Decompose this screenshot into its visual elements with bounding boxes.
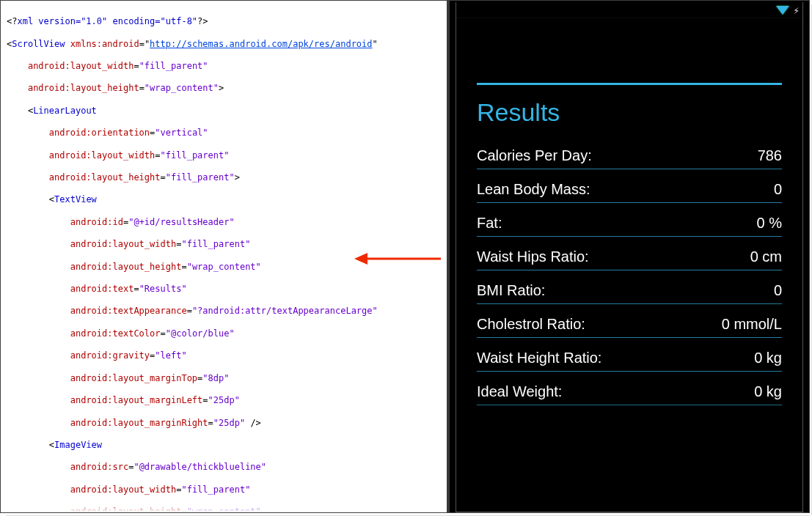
textview-tag: TextView <box>54 194 97 204</box>
label-waist-hips: Waist Hips Ratio: <box>477 248 589 265</box>
value-waist-hips: 0 cm <box>750 248 782 265</box>
label-ideal-weight: Ideal Weight: <box>477 383 562 400</box>
row-lean-body-mass: Lean Body Mass: 0 <box>477 169 782 203</box>
row-fat: Fat: 0 % <box>477 203 782 237</box>
xml-code-pane[interactable]: <?xml version="1.0" encoding="utf-8"?> <… <box>1 1 447 512</box>
value-lbm: 0 <box>774 181 782 198</box>
notification-tray-icon <box>776 6 789 15</box>
value-waist-height: 0 kg <box>754 350 782 366</box>
label-bmi: BMI Ratio: <box>477 282 545 299</box>
row-waist-hips: Waist Hips Ratio: 0 cm <box>477 237 782 270</box>
row-waist-height: Waist Height Ratio: 0 kg <box>477 338 782 372</box>
imageview-tag: ImageView <box>54 440 102 450</box>
label-lbm: Lean Body Mass: <box>477 181 590 198</box>
header-divider <box>477 83 782 85</box>
status-bar: ⚡ <box>456 2 802 18</box>
label-calories: Calories Per Day: <box>477 147 592 164</box>
battery-charging-icon: ⚡ <box>794 5 800 15</box>
xml-decl-close: ?> <box>197 16 208 26</box>
value-calories: 786 <box>758 147 782 164</box>
xml-decl-open: <? <box>7 16 17 26</box>
label-cholestrol: Cholestrol Ratio: <box>477 316 585 333</box>
row-calories: Calories Per Day: 786 <box>477 136 782 169</box>
label-fat: Fat: <box>477 215 502 232</box>
row-ideal-weight: Ideal Weight: 0 kg <box>477 372 782 405</box>
label-waist-height: Waist Height Ratio: <box>477 350 601 366</box>
scrollview-tag: ScrollView <box>12 39 65 49</box>
xmlns-url[interactable]: http://schemas.android.com/apk/res/andro… <box>150 39 372 49</box>
row-bmi: BMI Ratio: 0 <box>477 270 782 304</box>
row-cholestrol: Cholestrol Ratio: 0 mmol/L <box>477 304 782 338</box>
value-fat: 0 % <box>757 215 782 232</box>
android-preview: ⚡ Results Calories Per Day: 786 Lean Bod… <box>447 1 809 512</box>
xml-decl: xml version="1.0" encoding="utf-8" <box>17 16 197 26</box>
results-title: Results <box>477 98 802 127</box>
value-bmi: 0 <box>774 282 782 299</box>
value-ideal-weight: 0 kg <box>754 383 782 400</box>
value-cholestrol: 0 mmol/L <box>722 316 782 333</box>
linearlayout-tag: LinearLayout <box>33 106 97 116</box>
